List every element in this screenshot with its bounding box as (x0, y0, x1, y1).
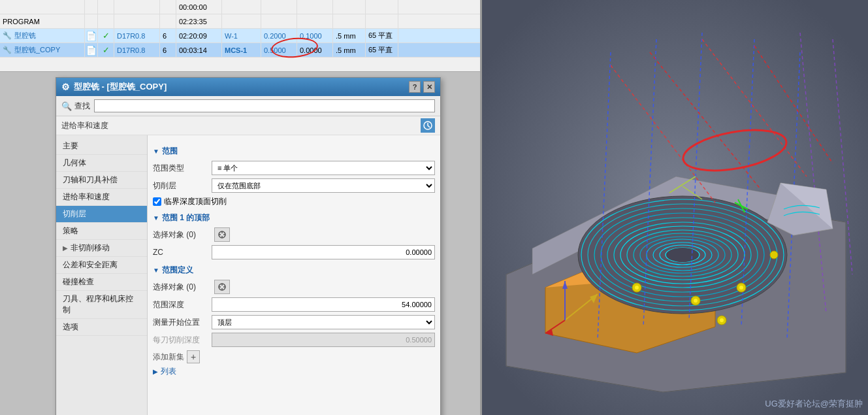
time-program: 02:23:35 (176, 14, 222, 28)
dialog-cavity-mill: ⚙ 型腔铣 - [型腔铣_COPY] ? ✕ 🔍 查找 进给率和速度 主要 几何… (56, 77, 441, 415)
dialog-titlebar: ⚙ 型腔铣 - [型腔铣_COPY] ? ✕ (56, 78, 440, 96)
add-new-set-btn[interactable]: + (187, 350, 200, 363)
svg-point-51 (720, 318, 724, 322)
per-cut-label: 每刀切削深度 (153, 335, 212, 346)
cut-layer-label: 切削层 (153, 180, 212, 191)
nav-item-axis[interactable]: 刀轴和刀具补偿 (56, 172, 147, 189)
search-label-text: 查找 (74, 101, 90, 112)
dialog-title-text: 型腔铣 - [型腔铣_COPY] (74, 81, 167, 93)
range-top-section-header: ▼ 范围 1 的顶部 (153, 212, 435, 224)
range-define-section-header: ▼ 范围定义 (153, 265, 435, 276)
crosshair-icon-1 (217, 230, 227, 239)
measure-start-label: 测量开始位置 (153, 317, 212, 328)
nav-item-tolerance[interactable]: 公差和安全距离 (56, 257, 147, 274)
table-row-program[interactable]: PROGRAM 02:23:35 (0, 14, 480, 29)
operation-table: 00:00:00 PROGRAM 02:23:35 🔧 型腔铣 📄 ✓ D17R… (0, 0, 480, 72)
critical-depth-checkbox[interactable] (153, 197, 161, 206)
select-object-row-1: 选择对象 (0) (153, 227, 435, 242)
svg-point-49 (739, 286, 743, 290)
measure-start-row: 测量开始位置 顶层 底层 (153, 315, 435, 329)
select-object-label-2: 选择对象 (0) (153, 282, 212, 293)
nav-item-strategy[interactable]: 策略 (56, 223, 147, 240)
svg-point-45 (635, 286, 639, 290)
range-type-label: 范围类型 (153, 163, 212, 174)
range-define-header-text: 范围定义 (162, 265, 193, 276)
nav-item-geometry[interactable]: 几何体 (56, 155, 147, 172)
dialog-controls: ? ✕ (409, 81, 435, 93)
nav-item-tool-prog[interactable]: 刀具、程序和机床控制 (56, 291, 147, 319)
cut-layer-content: ▼ 范围 范围类型 ≡ 单个 用户定义 自动 切削层 仅在范围底部 每层 优化 (148, 135, 440, 415)
crosshair-icon-2 (217, 282, 227, 291)
measure-start-select[interactable]: 顶层 底层 (212, 315, 435, 329)
triangle-icon-1: ▼ (153, 148, 159, 155)
search-bar: 🔍 查找 (56, 96, 440, 116)
per-cut-input (212, 333, 435, 347)
zc-input[interactable] (212, 245, 435, 259)
3d-viewport: UG爱好者论坛@荣育挺肿 (480, 0, 868, 415)
table-row-cavity-mill[interactable]: 🔧 型腔铣 📄 ✓ D17R0.8 6 02:20:09 W-1 0.2000 … (0, 29, 480, 43)
row-icon-1: 🔧 (3, 31, 12, 40)
settings-icon: ⚙ (61, 82, 70, 92)
checkbox-row: 临界深度顶面切削 (153, 196, 435, 207)
panel-divider[interactable] (480, 0, 482, 415)
speed-label-bar: 进给率和速度 (56, 116, 440, 135)
range-depth-input[interactable] (212, 297, 435, 312)
add-new-set-label: 添加新集 (153, 352, 184, 363)
range-depth-label: 范围深度 (153, 299, 212, 310)
range-depth-row: 范围深度 (153, 297, 435, 312)
speed-svg-icon (423, 120, 433, 131)
nav-item-feedrate[interactable]: 进给率和速度 (56, 189, 147, 206)
add-new-set-row: 添加新集 + (153, 350, 435, 363)
left-nav: 主要 几何体 刀轴和刀具补偿 进给率和速度 切削层 策略 ▶ 非切削移动 公差和… (56, 135, 148, 415)
triangle-icon-list: ▶ (153, 368, 158, 375)
list-section[interactable]: ▶ 列表 (153, 366, 435, 377)
dialog-body: 主要 几何体 刀轴和刀具补偿 进给率和速度 切削层 策略 ▶ 非切削移动 公差和… (56, 135, 440, 415)
zc-row: ZC (153, 245, 435, 259)
range-header-text: 范围 (162, 146, 178, 157)
table-row-empty: 00:00:00 (0, 0, 480, 14)
range-top-header-text: 范围 1 的顶部 (162, 212, 210, 224)
search-icon: 🔍 (61, 101, 72, 111)
check-icon-1: ✓ (103, 31, 110, 41)
select-object-btn-1[interactable] (214, 227, 230, 242)
select-object-label-1: 选择对象 (0) (153, 229, 212, 241)
list-label: 列表 (161, 366, 176, 377)
checkbox-label-text: 临界深度顶面切削 (164, 196, 227, 207)
table-row-cavity-mill-copy[interactable]: 🔧 型腔铣_COPY 📄 ✓ D17R0.8 6 00:03:14 MCS-1 … (0, 43, 480, 58)
plus-icon: ▶ (63, 244, 68, 252)
zc-label: ZC (153, 248, 212, 257)
cut-layer-select[interactable]: 仅在范围底部 每层 优化 (212, 178, 435, 193)
svg-point-47 (694, 299, 698, 303)
per-cut-row: 每刀切削深度 (153, 333, 435, 347)
help-button[interactable]: ? (409, 81, 421, 93)
nav-item-options[interactable]: 选项 (56, 319, 147, 336)
range-type-row: 范围类型 ≡ 单个 用户定义 自动 (153, 161, 435, 175)
svg-point-52 (770, 251, 778, 259)
triangle-icon-2: ▼ (153, 214, 159, 222)
cut-layer-row: 切削层 仅在范围底部 每层 优化 (153, 178, 435, 193)
select-object-btn-2[interactable] (214, 280, 230, 294)
time-cell-1: 00:00:00 (176, 0, 222, 14)
3d-scene (480, 0, 868, 415)
nav-item-collision[interactable]: 碰撞检查 (56, 274, 147, 291)
triangle-icon-3: ▼ (153, 267, 159, 274)
speed-icon-btn[interactable] (421, 118, 435, 133)
range-section-header: ▼ 范围 (153, 146, 435, 157)
search-input[interactable] (94, 99, 435, 112)
nav-item-non-cut[interactable]: ▶ 非切削移动 (56, 240, 147, 257)
svg-point-32 (666, 248, 699, 262)
nav-item-cut-layer[interactable]: 切削层 (56, 206, 147, 223)
row-icon-2: 🔧 (3, 46, 12, 54)
select-object-row-2: 选择对象 (0) (153, 280, 435, 294)
range-type-select[interactable]: ≡ 单个 用户定义 自动 (212, 161, 435, 175)
speed-label-text: 进给率和速度 (61, 120, 108, 131)
nav-item-main[interactable]: 主要 (56, 138, 147, 155)
close-button[interactable]: ✕ (423, 81, 435, 93)
check-icon-2: ✓ (103, 45, 110, 55)
